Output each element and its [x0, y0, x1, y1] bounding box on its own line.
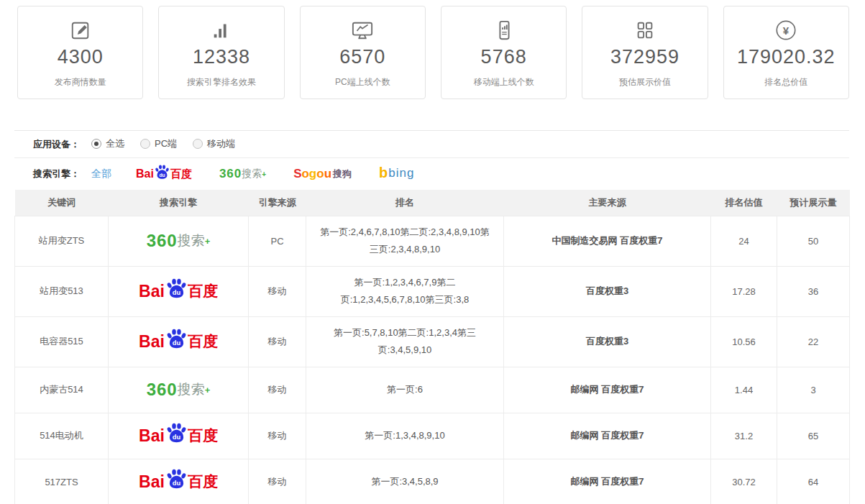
est-display-cell: 64 — [777, 459, 850, 504]
rank-value-cell: 10.56 — [711, 316, 777, 367]
keyword-cell: 内蒙古514 — [15, 367, 109, 413]
stat-value: 372959 — [582, 46, 707, 68]
engine-filter-360[interactable]: 360搜索+ — [219, 167, 266, 181]
engine-filter-baidu[interactable]: Baidu百度 — [136, 165, 192, 184]
stat-card: ¥179020.32排名总价值 — [723, 6, 849, 99]
svg-text:du: du — [173, 339, 181, 347]
filter-panel: 应用设备： 全选PC端移动端 搜索引擎： 全部 Baidu百度360搜索+Sog… — [14, 130, 849, 190]
rank-cell: 第一页:1,3,4,8,9,10 — [306, 413, 504, 459]
baidu-logo: Baidu百度 — [139, 329, 218, 355]
stat-value: 6570 — [301, 46, 425, 68]
source-cell: 移动 — [249, 316, 306, 367]
keyword-cell: 514电动机 — [15, 413, 109, 459]
radio-icon — [140, 139, 150, 149]
rank-cell: 第一页:5,7,8,10第二页:1,2,3,4第三页:3,4,5,9,10 — [306, 316, 504, 367]
table-row: 电容器515Baidu百度移动第一页:5,7,8,10第二页:1,2,3,4第三… — [15, 316, 850, 367]
mobile-icon — [441, 19, 566, 42]
rank-value-cell: 30.72 — [711, 459, 777, 504]
stat-card: 372959预估展示价值 — [582, 6, 708, 99]
rank-value-cell: 24 — [711, 216, 777, 266]
source-cell: PC — [249, 216, 306, 266]
column-header: 搜索引擎 — [109, 190, 249, 216]
column-header: 引擎来源 — [249, 190, 306, 216]
est-display-cell: 3 — [777, 367, 850, 413]
device-radio-option-2[interactable]: 移动端 — [193, 137, 235, 150]
radio-label: 移动端 — [207, 137, 235, 150]
stat-label: PC端上线个数 — [301, 76, 425, 88]
rank-value-cell: 1.44 — [711, 367, 777, 413]
source-cell: 移动 — [249, 413, 306, 459]
rank-cell: 第一页:1,2,3,4,6,7,9第二页:1,2,3,4,5,6,7,8,10第… — [306, 266, 504, 316]
svg-text:du: du — [173, 480, 181, 487]
rank-cell: 第一页:6 — [306, 367, 504, 413]
table-row: 内蒙古514360搜索+移动第一页:6邮编网 百度权重71.443 — [15, 367, 850, 413]
engine-cell: Baidu百度 — [109, 413, 249, 459]
monitor-icon — [301, 19, 425, 42]
keyword-cell: 电容器515 — [15, 316, 109, 367]
device-radio-option-0[interactable]: 全选 — [91, 137, 124, 150]
keyword-rank-table: 关键词搜索引擎引擎来源排名主要来源排名估值预计展示量 站用变ZTS360搜索+P… — [14, 190, 850, 504]
stat-value: 12338 — [159, 46, 283, 68]
stat-label: 搜索引擎排名效果 — [159, 76, 283, 88]
est-display-cell: 22 — [777, 316, 850, 367]
column-header: 排名 — [306, 190, 504, 216]
est-display-cell: 65 — [777, 413, 850, 459]
sogou-logo: Sogou搜狗 — [293, 167, 352, 181]
stat-label: 发布商情数量 — [18, 76, 142, 88]
engine-cell: 360搜索+ — [109, 216, 249, 266]
device-radio-option-1[interactable]: PC端 — [140, 137, 177, 150]
device-filter-row: 应用设备： 全选PC端移动端 — [14, 131, 849, 158]
engine-filter-row: 搜索引擎： 全部 Baidu百度360搜索+Sogou搜狗bbing — [14, 158, 849, 190]
device-filter-label: 应用设备： — [33, 138, 80, 151]
stat-label: 预估展示价值 — [582, 76, 707, 88]
stat-card: 5768移动端上线个数 — [441, 6, 567, 99]
bar-chart-icon — [159, 19, 283, 42]
grid-icon — [582, 19, 707, 42]
main-source-cell: 百度权重3 — [504, 316, 711, 367]
rank-cell: 第一页:2,4,6,7,8,10第二页:2,3,4,8,9,10第三页:2,3,… — [306, 216, 504, 266]
engine-options: Baidu百度360搜索+Sogou搜狗bbing — [136, 165, 441, 184]
stat-card: 4300发布商情数量 — [17, 6, 143, 99]
table-body: 站用变ZTS360搜索+PC第一页:2,4,6,7,8,10第二页:2,3,4,… — [15, 216, 850, 504]
table-row: 517ZTSBaidu百度移动第一页:3,4,5,8,9邮编网 百度权重730.… — [15, 459, 850, 504]
svg-text:¥: ¥ — [783, 24, 790, 37]
engine-filter-bing[interactable]: bbing — [379, 165, 414, 181]
stat-card: 6570PC端上线个数 — [300, 6, 426, 99]
keyword-cell: 517ZTS — [15, 459, 109, 504]
engine-cell: 360搜索+ — [109, 367, 249, 413]
360-search-logo: 360搜索+ — [147, 380, 211, 400]
edit-icon — [18, 19, 142, 42]
source-cell: 移动 — [249, 459, 306, 504]
keyword-cell: 站用变ZTS — [15, 216, 109, 266]
est-display-cell: 50 — [777, 216, 850, 266]
svg-text:du: du — [173, 289, 181, 296]
est-display-cell: 36 — [777, 266, 850, 316]
svg-text:du: du — [173, 434, 181, 441]
column-header: 关键词 — [15, 190, 109, 216]
radio-icon — [193, 139, 203, 149]
rank-cell: 第一页:3,4,5,8,9 — [306, 459, 504, 504]
rank-value-cell: 31.2 — [711, 413, 777, 459]
table-row: 站用变513Baidu百度移动第一页:1,2,3,4,6,7,9第二页:1,2,… — [15, 266, 850, 316]
baidu-logo: Baidu百度 — [136, 165, 192, 184]
baidu-logo: Baidu百度 — [139, 469, 218, 495]
main-source-cell: 邮编网 百度权重7 — [504, 367, 711, 413]
main-source-cell: 邮编网 百度权重7 — [504, 413, 711, 459]
engine-all-link[interactable]: 全部 — [91, 168, 111, 180]
table-header-row: 关键词搜索引擎引擎来源排名主要来源排名估值预计展示量 — [15, 190, 850, 216]
360-search-logo: 360搜索+ — [219, 167, 266, 181]
engine-cell: Baidu百度 — [109, 316, 249, 367]
engine-filter-sogou[interactable]: Sogou搜狗 — [293, 167, 352, 181]
bing-logo: bbing — [379, 165, 414, 181]
stat-value: 179020.32 — [724, 46, 848, 68]
table-row: 514电动机Baidu百度移动第一页:1,3,4,8,9,10邮编网 百度权重7… — [15, 413, 850, 459]
main-source-cell: 中国制造交易网 百度权重7 — [504, 216, 711, 266]
device-options: 全选PC端移动端 — [91, 137, 251, 152]
radio-icon — [91, 139, 101, 149]
stat-value: 5768 — [441, 46, 566, 68]
column-header: 预计展示量 — [777, 190, 850, 216]
source-cell: 移动 — [249, 367, 306, 413]
stats-row: 4300发布商情数量12338搜索引擎排名效果6570PC端上线个数5768移动… — [0, 0, 865, 99]
yuan-icon: ¥ — [724, 19, 848, 42]
stat-card: 12338搜索引擎排名效果 — [158, 6, 284, 99]
